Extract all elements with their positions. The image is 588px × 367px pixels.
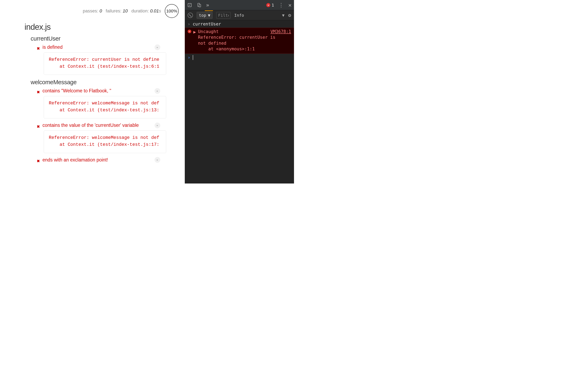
console-body: › currentUser ✕ ▶ Uncaught ReferenceErro… bbox=[185, 20, 294, 184]
duration-value: 0.01 bbox=[150, 8, 159, 13]
error-count-badge[interactable]: ✕ 1 bbox=[266, 3, 274, 8]
test-head[interactable]: is defined bbox=[37, 44, 185, 50]
test-title: ends with an exclamation point! bbox=[43, 157, 108, 163]
suite-title[interactable]: currentUser bbox=[31, 35, 185, 42]
failures-value: 10 bbox=[123, 8, 128, 13]
expand-triangle-icon[interactable]: ▶ bbox=[193, 29, 196, 52]
log-level-label[interactable]: Info bbox=[234, 13, 244, 18]
gear-icon[interactable]: ⚙ bbox=[288, 12, 291, 18]
context-value: top bbox=[199, 13, 206, 18]
passes-value: 0 bbox=[100, 8, 102, 13]
error-count: 1 bbox=[272, 3, 274, 8]
progress-indicator: 100% bbox=[165, 4, 179, 18]
mocha-report-pane: passes: 0 failures: 10 duration: 0.01s 1… bbox=[0, 0, 185, 184]
duration-unit: s bbox=[159, 8, 161, 13]
text-cursor bbox=[193, 55, 193, 60]
replay-icon[interactable] bbox=[155, 44, 160, 50]
console-error[interactable]: ✕ ▶ Uncaught ReferenceError: currentUser… bbox=[185, 28, 294, 54]
replay-icon[interactable] bbox=[155, 88, 160, 94]
chevron-down-icon[interactable]: ▼ bbox=[282, 13, 285, 18]
passes-label: passes: bbox=[83, 8, 98, 13]
error-stack[interactable]: ReferenceError: welcomeMessage is not de… bbox=[44, 131, 166, 153]
close-icon[interactable]: ✕ bbox=[288, 2, 292, 8]
console-toolbar: top ▼ Info ▼ ⚙ bbox=[185, 10, 294, 20]
test-head[interactable]: contains the value of the 'currentUser' … bbox=[37, 123, 185, 128]
error-stack[interactable]: ReferenceError: welcomeMessage is not de… bbox=[44, 96, 166, 118]
passes-stat: passes: 0 bbox=[83, 8, 102, 14]
error-dot-icon: ✕ bbox=[266, 3, 270, 7]
replay-icon[interactable] bbox=[155, 123, 160, 128]
test-title: contains the value of the 'currentUser' … bbox=[43, 123, 139, 128]
error-source-link[interactable]: VM3678:1 bbox=[270, 29, 291, 34]
test-title: is defined bbox=[43, 44, 62, 50]
echo-text: currentUser bbox=[193, 22, 221, 26]
replay-icon[interactable] bbox=[155, 157, 160, 163]
error-stack[interactable]: ReferenceError: currentUser is not defin… bbox=[44, 52, 166, 75]
svg-rect-2 bbox=[199, 4, 201, 7]
overflow-tabs-icon[interactable]: » bbox=[206, 2, 209, 8]
duration-stat: duration: 0.01s bbox=[131, 8, 161, 14]
devtools-tabstrip: » ✕ 1 ⋮ ✕ bbox=[185, 0, 294, 10]
fail-icon bbox=[37, 45, 40, 49]
inspect-icon[interactable] bbox=[187, 3, 192, 8]
prompt-caret-icon: › bbox=[188, 55, 190, 60]
fail-icon bbox=[37, 158, 40, 162]
test-fail: contains the value of the 'currentUser' … bbox=[37, 123, 185, 153]
devtools-pane: » ✕ 1 ⋮ ✕ top ▼ Info ▼ ⚙ › currentUser ✕… bbox=[185, 0, 294, 184]
suite-title[interactable]: welcomeMessage bbox=[31, 79, 185, 86]
test-fail: ends with an exclamation point! bbox=[37, 157, 185, 163]
filter-input[interactable] bbox=[216, 12, 231, 18]
root-suite-title[interactable]: index.js bbox=[25, 22, 185, 32]
fail-icon bbox=[37, 89, 40, 93]
context-selector[interactable]: top ▼ bbox=[197, 12, 213, 19]
test-title: contains "Welcome to Flatbook, " bbox=[43, 88, 111, 94]
duration-label: duration: bbox=[131, 8, 149, 13]
clear-console-icon[interactable] bbox=[188, 13, 193, 18]
failures-stat: failures: 10 bbox=[106, 8, 128, 14]
input-caret-icon: › bbox=[188, 22, 190, 26]
failures-label: failures: bbox=[106, 8, 121, 13]
error-dot-icon: ✕ bbox=[188, 30, 191, 33]
mocha-stats-bar: passes: 0 failures: 10 duration: 0.01s 1… bbox=[83, 4, 179, 18]
test-head[interactable]: ends with an exclamation point! bbox=[37, 157, 185, 163]
mocha-report: index.js currentUser is defined Referenc… bbox=[0, 0, 185, 163]
test-fail: is defined ReferenceError: currentUser i… bbox=[37, 44, 185, 75]
test-head[interactable]: contains "Welcome to Flatbook, " bbox=[37, 88, 185, 94]
fail-icon bbox=[37, 124, 40, 127]
console-prompt[interactable]: › bbox=[185, 54, 294, 61]
kebab-menu-icon[interactable]: ⋮ bbox=[278, 2, 284, 8]
console-input-echo[interactable]: › currentUser bbox=[185, 20, 294, 28]
chevron-down-icon: ▼ bbox=[208, 13, 210, 18]
device-icon[interactable] bbox=[197, 3, 201, 8]
progress-value: 100% bbox=[166, 8, 177, 13]
test-fail: contains "Welcome to Flatbook, " Referen… bbox=[37, 88, 185, 118]
